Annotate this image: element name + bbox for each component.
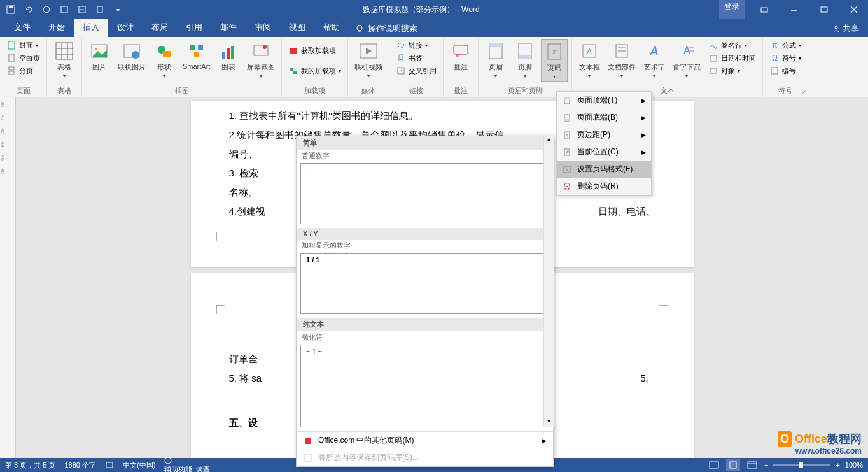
smartart-button[interactable]: SmartArt [180, 39, 213, 71]
status-words[interactable]: 1880 个字 [64, 461, 96, 470]
online-video-button[interactable]: 联机视频▾ [352, 39, 385, 80]
qat-icon-3[interactable] [94, 4, 106, 15]
get-addins-button[interactable]: 获取加载项 [286, 45, 344, 56]
wordart-button[interactable]: A艺术字▾ [641, 39, 668, 80]
object-button[interactable]: 对象 ▾ [706, 65, 759, 76]
cover-page-button[interactable]: 封面 ▾ [4, 39, 43, 51]
blank-page-button[interactable]: 空白页 [4, 52, 43, 64]
pictures-button[interactable]: 图片 [86, 39, 113, 73]
menu-format-page-numbers[interactable]: #设置页码格式(F)... [557, 161, 651, 178]
page-number-button[interactable]: #页码▾ [541, 39, 568, 82]
status-page[interactable]: 第 3 页，共 5 页 [5, 461, 55, 470]
signature-button[interactable]: 签名行 ▾ [706, 39, 759, 51]
svg-rect-17 [9, 71, 14, 75]
quickparts-button[interactable]: 文档部件▾ [605, 39, 638, 80]
maximize-icon[interactable] [809, 0, 838, 19]
svg-rect-18 [56, 43, 73, 59]
tab-review[interactable]: 审阅 [246, 19, 280, 37]
symbol-button[interactable]: Ω符号 ▾ [767, 52, 804, 64]
status-spellcheck-icon[interactable] [105, 461, 114, 469]
view-read-icon[interactable] [707, 459, 721, 471]
svg-rect-31 [194, 52, 199, 57]
menu-page-margins[interactable]: #页边距(P)▶ [557, 126, 651, 143]
online-pictures-button[interactable]: 联机图片 [115, 39, 148, 73]
tab-design[interactable]: 设计 [108, 19, 143, 37]
number-button[interactable]: 编号 [767, 65, 804, 76]
break-icon [6, 66, 17, 76]
svg-point-24 [95, 48, 97, 50]
qat-more-icon[interactable]: ▾ [112, 4, 123, 15]
svg-rect-38 [290, 68, 293, 71]
qat-icon-2[interactable] [76, 4, 88, 15]
comment-button[interactable]: 批注 [447, 39, 474, 73]
textbox-button[interactable]: A文本框▾ [576, 39, 603, 80]
equation-button[interactable]: π公式 ▾ [767, 39, 804, 51]
menu-page-top[interactable]: 页面顶端(T)▶ [557, 92, 651, 109]
ribbon-options-icon[interactable] [750, 0, 778, 19]
gallery-scrollbar[interactable]: ▲▼ [543, 136, 554, 427]
tab-home[interactable]: 开始 [39, 19, 74, 37]
link-button[interactable]: 链接 ▾ [393, 39, 439, 51]
header-button[interactable]: 页眉▾ [482, 39, 509, 80]
svg-rect-34 [231, 46, 234, 59]
qat-icon-1[interactable] [59, 4, 70, 15]
watermark-logo-icon: O [778, 431, 792, 447]
svg-rect-1 [9, 6, 13, 8]
view-web-icon[interactable] [745, 459, 759, 471]
chart-button[interactable]: 图表 [215, 39, 242, 73]
zoom-out-icon[interactable]: − [764, 461, 768, 469]
datetime-button[interactable]: 日期和时间 [706, 52, 759, 64]
svg-point-36 [263, 45, 267, 49]
dropcap-button[interactable]: A首字下沉▾ [670, 39, 703, 80]
page-break-button[interactable]: 分页 [4, 65, 43, 76]
bookmark-button[interactable]: 书签 [393, 52, 439, 64]
dropcap-icon: A [676, 41, 697, 61]
status-a11y[interactable]: 辅助功能: 调查 [164, 457, 210, 473]
textbox-icon: A [579, 41, 599, 61]
zoom-slider[interactable] [773, 464, 830, 466]
screenshot-button[interactable]: 屏幕截图▾ [244, 39, 277, 80]
zoom-level[interactable]: 100% [845, 461, 863, 469]
tab-mailings[interactable]: 邮件 [211, 19, 246, 37]
tab-view[interactable]: 视图 [280, 19, 314, 37]
gallery-preview-bold[interactable]: 1 / 1 [300, 253, 549, 314]
menu-page-bottom[interactable]: 页面底端(B)▶ [557, 109, 651, 126]
gallery-preview-tilde[interactable]: ~ 1 ~ [300, 345, 549, 427]
shapes-icon [154, 41, 174, 61]
svg-text:#: # [566, 168, 568, 172]
footer-button[interactable]: 页脚▾ [512, 39, 538, 80]
group-links: 链接 ▾ 书签 交叉引用 链接 [389, 37, 444, 97]
page-bottom-icon [562, 113, 572, 123]
gallery-preview-plain[interactable]: | [300, 163, 549, 224]
share-button[interactable]: 共享 [823, 20, 868, 37]
close-icon[interactable] [839, 0, 868, 19]
login-button[interactable]: 登录 [719, 0, 745, 19]
zoom-in-icon[interactable]: + [836, 461, 839, 469]
undo-icon[interactable] [23, 4, 34, 15]
redo-icon[interactable] [41, 4, 52, 15]
menu-current-position[interactable]: #当前位置(C)▶ [557, 143, 651, 161]
tab-references[interactable]: 引用 [177, 19, 211, 37]
my-addins-button[interactable]: 我的加载项 ▾ [286, 65, 344, 76]
crossref-button[interactable]: 交叉引用 [393, 65, 439, 76]
svg-rect-60 [771, 68, 778, 74]
tab-insert[interactable]: 插入 [74, 19, 108, 37]
ribbon-tabs: 文件 开始 插入 设计 布局 引用 邮件 审阅 视图 帮助 操作说明搜索 共享 [0, 19, 868, 37]
share-label: 共享 [843, 23, 859, 34]
tell-me-label: 操作说明搜索 [368, 23, 417, 34]
tell-me-search[interactable]: 操作说明搜索 [349, 20, 424, 37]
status-language[interactable]: 中文(中国) [123, 461, 155, 470]
menu-remove-page-numbers[interactable]: 删除页码(R) [557, 178, 651, 195]
tab-file[interactable]: 文件 [5, 19, 39, 37]
collapse-ribbon-icon[interactable]: ⤢ [801, 89, 806, 96]
view-print-icon[interactable] [726, 459, 740, 471]
save-icon[interactable] [5, 4, 17, 15]
gallery-office-more[interactable]: Office.com 中的其他页码(M)▶ [297, 432, 553, 449]
tab-help[interactable]: 帮助 [314, 19, 349, 37]
shapes-button[interactable]: 形状▾ [151, 39, 178, 80]
tab-layout[interactable]: 布局 [143, 19, 177, 37]
table-button[interactable]: 表格▾ [51, 39, 78, 80]
minimize-icon[interactable] [780, 0, 808, 19]
svg-rect-8 [821, 7, 827, 12]
group-addins-label: 加载项 [286, 85, 344, 96]
